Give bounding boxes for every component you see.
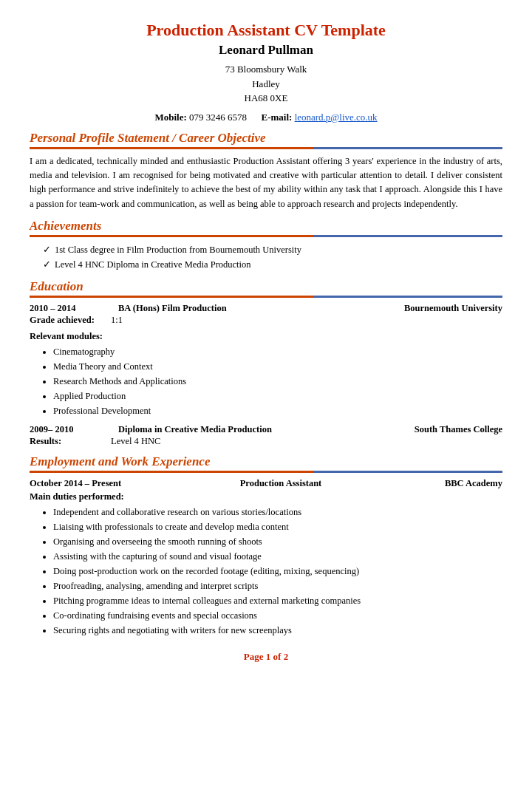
education-entry-2: 2009– 2010 Diploma in Creative Media Pro… <box>30 424 502 447</box>
profile-text: I am a dedicated, technically minded and… <box>30 154 502 212</box>
email-link[interactable]: leonard.p@live.co.uk <box>295 112 378 123</box>
edu-degree-1: BA (Hons) Film Production <box>111 303 384 314</box>
employment-entry-1: October 2014 – Present Production Assist… <box>30 478 502 638</box>
edu-institution-1: Bournemouth University <box>384 303 502 314</box>
achievement-item: 1st Class degree in Film Production from… <box>43 242 502 257</box>
module-item: Applied Production <box>53 389 502 403</box>
profile-divider <box>30 147 502 149</box>
mobile-number: 079 3246 6578 <box>189 112 247 123</box>
edu-dates-2: 2009– 2010 <box>30 424 111 435</box>
edu-grade-label-2: Results: <box>30 436 111 447</box>
edu-degree-2: Diploma in Creative Media Production <box>111 424 384 435</box>
emp-dates-1: October 2014 – Present <box>30 478 163 489</box>
address-line3: HA68 0XE <box>245 92 288 103</box>
duty-item: Securing rights and negotiating with wri… <box>53 623 502 638</box>
cv-title: Production Assistant CV Template <box>30 21 502 40</box>
duties-list-1: Independent and collaborative research o… <box>53 505 502 638</box>
cv-name: Leonard Pullman <box>30 43 502 58</box>
modules-list-1: Cinematography Media Theory and Context … <box>53 344 502 418</box>
modules-label-1: Relevant modules: <box>30 331 502 342</box>
edu-dates-1: 2010 – 2014 <box>30 303 111 314</box>
cv-address: 73 Bloomsbury Walk Hadley HA68 0XE <box>30 62 502 106</box>
profile-section-heading: Personal Profile Statement / Career Obje… <box>30 131 502 146</box>
cv-contact: Mobile: 079 3246 6578 E-mail: leonard.p@… <box>30 112 502 123</box>
education-entry-1: 2010 – 2014 BA (Hons) Film Production Bo… <box>30 303 502 418</box>
address-line2: Hadley <box>252 78 280 89</box>
employment-divider <box>30 471 502 473</box>
duty-item: Co-ordinating fundraising events and spe… <box>53 608 502 623</box>
education-divider <box>30 296 502 298</box>
emp-duties-label-1: Main duties performed: <box>30 491 502 502</box>
edu-row-1: 2010 – 2014 BA (Hons) Film Production Bo… <box>30 303 502 314</box>
emp-row-1: October 2014 – Present Production Assist… <box>30 478 502 489</box>
achievement-item: Level 4 HNC Diploma in Creative Media Pr… <box>43 257 502 272</box>
duty-item: Pitching programme ideas to internal col… <box>53 593 502 608</box>
duty-item: Doing post-production work on the record… <box>53 564 502 579</box>
education-section-heading: Education <box>30 279 502 294</box>
edu-grade-value-2: Level 4 HNC <box>111 436 160 447</box>
mobile-label: Mobile: <box>154 112 186 123</box>
emp-role-1: Production Assistant <box>163 478 399 489</box>
duty-item: Liaising with professionals to create an… <box>53 519 502 534</box>
edu-grade-row-1: Grade achieved: 1:1 <box>30 315 502 326</box>
achievements-section-heading: Achievements <box>30 219 502 233</box>
page-footer: Page 1 of 2 <box>30 651 502 663</box>
module-item: Cinematography <box>53 344 502 359</box>
address-line1: 73 Bloomsbury Walk <box>225 64 307 75</box>
email-label: E-mail: <box>261 112 292 123</box>
module-item: Media Theory and Context <box>53 359 502 374</box>
duty-item: Assisting with the capturing of sound an… <box>53 549 502 564</box>
achievements-divider <box>30 235 502 237</box>
edu-institution-2: South Thames College <box>384 424 502 435</box>
achievements-list: 1st Class degree in Film Production from… <box>43 242 502 272</box>
edu-grade-row-2: Results: Level 4 HNC <box>30 436 502 447</box>
cv-page: Production Assistant CV Template Leonard… <box>0 0 532 798</box>
employment-section-heading: Employment and Work Experience <box>30 454 502 469</box>
module-item: Professional Development <box>53 403 502 418</box>
duty-item: Organising and overseeing the smooth run… <box>53 534 502 549</box>
module-item: Research Methods and Applications <box>53 374 502 389</box>
edu-grade-label-1: Grade achieved: <box>30 315 111 326</box>
edu-row-2: 2009– 2010 Diploma in Creative Media Pro… <box>30 424 502 435</box>
duty-item: Proofreading, analysing, amending and in… <box>53 579 502 593</box>
duty-item: Independent and collaborative research o… <box>53 505 502 519</box>
edu-grade-value-1: 1:1 <box>111 315 123 326</box>
emp-company-1: BBC Academy <box>399 478 502 489</box>
